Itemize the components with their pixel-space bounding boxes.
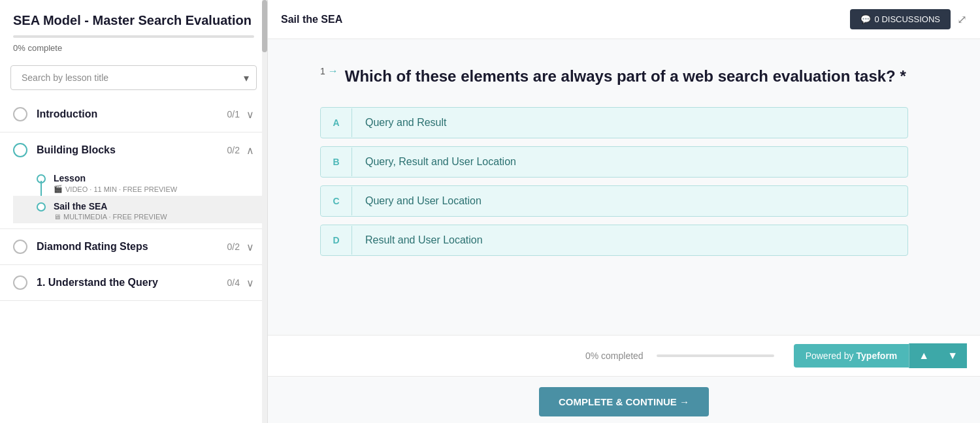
chevron-down-icon-3: ∨ [246, 277, 254, 289]
lesson-item-sail-the-sea[interactable]: Sail the SEA 🖥 MULTIMEDIA · FREE PREVIEW [13, 196, 267, 223]
footer-progress-bar [657, 354, 774, 357]
option-c-letter: C [321, 187, 352, 215]
main-content: Sail the SEA 💬 0 DISCUSSIONS ⤢ 1 → Which… [268, 0, 980, 423]
section-introduction-circle [13, 107, 27, 121]
typeform-up-button[interactable]: ▲ [909, 343, 938, 368]
video-icon: 🎬 [54, 185, 63, 193]
lesson-meta-sail: 🖥 MULTIMEDIA · FREE PREVIEW [54, 213, 167, 221]
option-d-text: Result and User Location [352, 225, 496, 255]
section-building-blocks-circle [13, 143, 27, 157]
option-b-letter: B [321, 148, 352, 176]
complete-btn-area: COMPLETE & CONTINUE → [268, 376, 980, 423]
multimedia-icon: 🖥 [54, 213, 61, 221]
typeform-down-button[interactable]: ▼ [938, 343, 967, 368]
option-c[interactable]: C Query and User Location [320, 185, 908, 217]
content-body: 1 → Which of these elements are always p… [268, 39, 980, 335]
section-introduction-header[interactable]: Introduction 0/1 ∨ [13, 97, 254, 132]
section-diamond-count: 0/2 [227, 242, 240, 252]
lesson-info-sail: Sail the SEA 🖥 MULTIMEDIA · FREE PREVIEW [54, 201, 167, 221]
content-header: Sail the SEA 💬 0 DISCUSSIONS ⤢ [268, 0, 980, 39]
lesson-dot-sail [37, 202, 46, 212]
typeform-nav: ▲ ▼ [909, 343, 967, 368]
lesson-name-sail: Sail the SEA [54, 201, 167, 212]
option-d-letter: D [321, 226, 352, 255]
question-text: Which of these elements are always part … [345, 65, 906, 87]
section-introduction-count: 0/1 [227, 109, 240, 119]
complete-continue-button[interactable]: COMPLETE & CONTINUE → [539, 387, 709, 416]
option-c-text: Query and User Location [352, 186, 495, 216]
question-header: 1 → Which of these elements are always p… [320, 65, 908, 87]
sidebar-title: SEA Model - Master Search Evaluation [0, 0, 267, 35]
progress-bar-bg [13, 35, 254, 38]
lesson-item-lesson[interactable]: Lesson 🎬 VIDEO · 11 MIN · FREE PREVIEW [37, 168, 254, 196]
chevron-up-icon: ∧ [246, 144, 254, 157]
content-footer: 0% completed Powered by Typeform ▲ ▼ [268, 335, 980, 376]
section-query-count: 0/4 [227, 277, 240, 288]
section-diamond-circle [13, 240, 27, 254]
lesson-meta: 🎬 VIDEO · 11 MIN · FREE PREVIEW [54, 185, 177, 193]
section-query-title: 1. Understand the Query [37, 277, 227, 289]
footer-completed: completed [601, 351, 644, 361]
chevron-down-icon-2: ∨ [246, 241, 254, 253]
section-introduction-title: Introduction [37, 108, 227, 120]
section-diamond-title: Diamond Rating Steps [37, 241, 227, 253]
typeform-brand: Typeform [857, 351, 898, 361]
expand-button[interactable]: ⤢ [957, 12, 967, 27]
option-a-text: Query and Result [352, 108, 460, 138]
progress-text: 0% complete [13, 43, 62, 53]
question-number: 1 [320, 66, 325, 76]
typeform-label: Powered by [806, 351, 854, 361]
arrow-icon: → [328, 65, 338, 77]
discussions-count: 0 DISCUSSIONS [875, 14, 940, 24]
lesson-name: Lesson [54, 173, 177, 183]
chat-icon: 💬 [860, 14, 871, 24]
search-box[interactable]: Search by lesson title ▾ [10, 65, 257, 90]
option-b-text: Query, Result and User Location [352, 147, 529, 177]
question-badge: 1 → [320, 65, 338, 77]
section-building-blocks-header[interactable]: Building Blocks 0/2 ∧ [13, 133, 254, 168]
section-understand-query: 1. Understand the Query 0/4 ∨ [0, 265, 267, 301]
option-d[interactable]: D Result and User Location [320, 225, 908, 256]
building-blocks-lessons: Lesson 🎬 VIDEO · 11 MIN · FREE PREVIEW S… [13, 168, 254, 228]
footer-pct: 0% [585, 351, 598, 361]
section-building-blocks-count: 0/2 [227, 145, 240, 155]
section-building-blocks-title: Building Blocks [37, 144, 227, 156]
scrollbar-thumb[interactable] [262, 0, 267, 52]
answer-options: A Query and Result B Query, Result and U… [320, 107, 908, 256]
section-introduction: Introduction 0/1 ∨ [0, 97, 267, 133]
option-a-letter: A [321, 108, 352, 137]
section-building-blocks: Building Blocks 0/2 ∧ Lesson 🎬 VIDEO · 1… [0, 133, 267, 229]
footer-progress-label: 0% completed [585, 351, 644, 361]
option-a[interactable]: A Query and Result [320, 107, 908, 138]
lesson-info: Lesson 🎬 VIDEO · 11 MIN · FREE PREVIEW [54, 173, 177, 193]
progress-container: 0% complete [0, 35, 267, 59]
section-diamond-rating-header[interactable]: Diamond Rating Steps 0/2 ∨ [13, 229, 254, 264]
search-input[interactable]: Search by lesson title [10, 65, 257, 90]
content-title: Sail the SEA [281, 14, 342, 25]
section-query-circle [13, 275, 27, 290]
section-diamond-rating: Diamond Rating Steps 0/2 ∨ [0, 229, 267, 265]
sidebar: SEA Model - Master Search Evaluation 0% … [0, 0, 268, 423]
option-b[interactable]: B Query, Result and User Location [320, 146, 908, 178]
typeform-section: Powered by Typeform ▲ ▼ [794, 343, 967, 368]
discussions-button[interactable]: 💬 0 DISCUSSIONS [850, 9, 951, 29]
section-understand-query-header[interactable]: 1. Understand the Query 0/4 ∨ [13, 265, 254, 300]
chevron-down-icon: ∨ [246, 108, 254, 121]
typeform-branding: Powered by Typeform [794, 344, 909, 368]
question-container: 1 → Which of these elements are always p… [320, 65, 908, 256]
